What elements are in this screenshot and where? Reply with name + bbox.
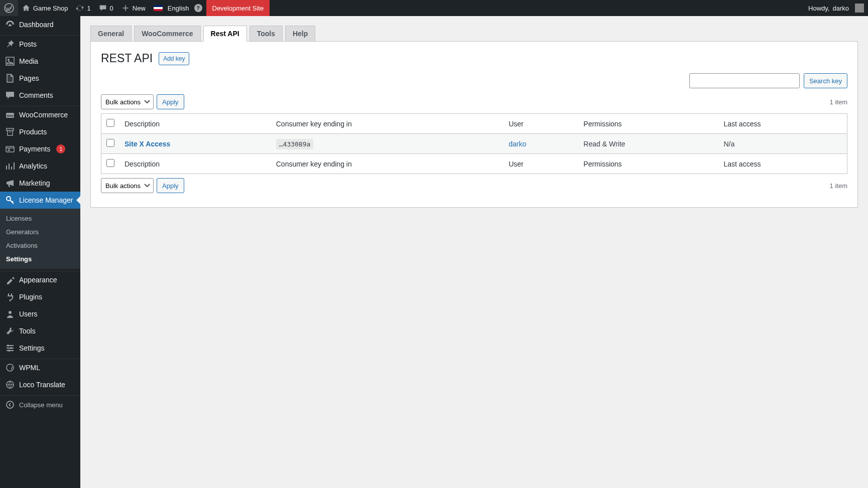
tab-help[interactable]: Help (285, 26, 315, 41)
col-consumer-key[interactable]: Consumer key ending in (271, 114, 504, 134)
sidebar-item-label: Marketing (19, 179, 50, 187)
new-content[interactable]: New (117, 0, 150, 16)
pages-icon (5, 73, 15, 83)
help-icon: ? (194, 4, 202, 12)
select-all-top[interactable] (106, 119, 114, 127)
item-count-top: 1 item (830, 98, 847, 106)
my-account[interactable]: Howdy, darko (804, 0, 868, 16)
site-name[interactable]: Game Shop (18, 0, 72, 16)
sidebar-item-label: Comments (19, 91, 53, 99)
row-checkbox[interactable] (106, 139, 114, 147)
new-label: New (133, 5, 146, 12)
comments-count: 0 (110, 5, 113, 12)
updates-count: 1 (87, 5, 90, 12)
bulk-actions-select-bottom[interactable]: Bulk actions (101, 178, 154, 193)
sidebar-item-label: Analytics (19, 162, 47, 170)
comment-icon (99, 4, 107, 12)
flag-icon (154, 5, 163, 11)
sidebar-item-woocommerce[interactable]: wooWooCommerce (0, 106, 80, 123)
marketing-icon (5, 178, 15, 188)
sidebar-item-dashboard[interactable]: Dashboard (0, 16, 80, 33)
refresh-icon (76, 4, 84, 12)
key-description-link[interactable]: Site X Access (125, 140, 170, 148)
howdy-prefix: Howdy, (808, 5, 829, 12)
updates[interactable]: 1 (72, 0, 94, 16)
woo-icon: woo (5, 110, 15, 120)
home-icon (22, 4, 30, 12)
bulk-actions-select-top[interactable]: Bulk actions (101, 94, 154, 109)
admin-sidebar: DashboardPostsMediaPagesCommentswooWooCo… (0, 16, 80, 218)
badge: 1 (56, 144, 65, 153)
plus-icon (121, 4, 130, 12)
sidebar-item-analytics[interactable]: Analytics (0, 157, 80, 175)
apply-button-top[interactable]: Apply (157, 94, 184, 109)
col-user[interactable]: User (504, 114, 578, 134)
sidebar-item-products[interactable]: Products (0, 123, 80, 140)
development-site-badge[interactable]: Development Site (206, 0, 270, 16)
sidebar-item-pages[interactable]: Pages (0, 70, 80, 87)
language-switcher[interactable]: English ? (150, 0, 206, 16)
page-title: REST API (101, 52, 153, 65)
sidebar-item-media[interactable]: Media (0, 53, 80, 70)
comments[interactable]: 0 (95, 0, 117, 16)
language-label: English (168, 5, 189, 12)
howdy-user: darko (832, 5, 849, 12)
consumer-key-code: …433089a (276, 139, 314, 149)
svg-point-6 (7, 197, 11, 201)
permissions-cell: Read & Write (578, 134, 718, 154)
sidebar-item-license-manager[interactable]: License Manager (0, 192, 80, 209)
payments-icon: $ (5, 144, 15, 154)
svg-point-1 (8, 59, 10, 61)
sidebar-item-label: Dashboard (19, 21, 54, 29)
pin-icon (5, 39, 15, 49)
dashboard-icon (5, 20, 15, 30)
sidebar-item-label: Posts (19, 40, 37, 48)
sidebar-item-payments[interactable]: $Payments1 (0, 140, 80, 157)
table-row: Site X Access…433089adarkoRead & WriteN/… (101, 134, 847, 154)
tab-woocommerce[interactable]: WooCommerce (134, 26, 200, 41)
col-description[interactable]: Description (119, 114, 271, 134)
sidebar-item-label: Products (19, 128, 47, 136)
col-permissions[interactable]: Permissions (578, 114, 718, 134)
sidebar-item-label: License Manager (19, 196, 73, 204)
col-last-access[interactable]: Last access (719, 114, 847, 134)
apply-button-bottom[interactable]: Apply (157, 178, 184, 193)
key-icon (5, 195, 15, 205)
svg-text:$: $ (8, 147, 11, 152)
sidebar-item-label: Pages (19, 74, 39, 82)
sidebar-item-marketing[interactable]: Marketing (0, 175, 80, 192)
tab-tools[interactable]: Tools (250, 26, 283, 41)
sidebar-item-comments[interactable]: Comments (0, 87, 80, 104)
item-count-bottom: 1 item (830, 182, 847, 190)
submenu: LicensesGeneratorsActivationsSettings (0, 209, 80, 218)
analytics-icon (5, 161, 15, 171)
api-keys-table: Description Consumer key ending in User … (101, 113, 847, 174)
comment-icon (5, 90, 15, 100)
avatar (855, 4, 864, 13)
admin-toolbar: Game Shop 1 0 New English ? Development … (0, 0, 868, 16)
submenu-item-licenses[interactable]: Licenses (0, 212, 80, 218)
sidebar-item-label: Media (19, 57, 38, 65)
tab-general[interactable]: General (90, 26, 132, 41)
add-key-button[interactable]: Add key (159, 52, 189, 65)
select-all-bottom[interactable] (106, 159, 114, 167)
wp-logo[interactable] (0, 0, 18, 16)
svg-text:woo: woo (6, 114, 14, 117)
site-name-label: Game Shop (33, 5, 68, 12)
search-input[interactable] (689, 73, 800, 88)
settings-panel: REST API Add key Search key Bulk actions… (90, 41, 858, 208)
tab-rest-api[interactable]: Rest API (203, 26, 247, 42)
products-icon (5, 127, 15, 137)
sidebar-item-posts[interactable]: Posts (0, 36, 80, 53)
search-key-button[interactable]: Search key (804, 73, 847, 88)
sidebar-item-label: WooCommerce (19, 111, 68, 119)
settings-tabs: GeneralWooCommerceRest APIToolsHelp (90, 21, 858, 41)
last-access-cell: N/a (719, 134, 847, 154)
sidebar-item-label: Payments (19, 145, 50, 153)
user-link[interactable]: darko (509, 140, 526, 148)
media-icon (5, 56, 15, 66)
